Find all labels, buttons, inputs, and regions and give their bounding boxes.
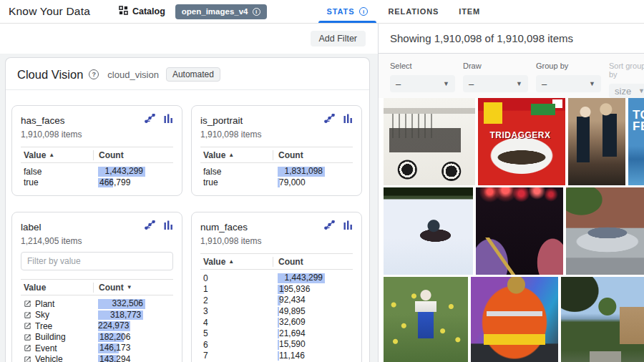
table-row[interactable]: Building182,206 [21,332,173,343]
tab-stats[interactable]: STATS [317,0,379,23]
column-header-count[interactable]: Count [273,257,353,267]
launch-icon [24,333,31,341]
table-row[interactable]: false1,831,098 [200,166,353,177]
column-header-value[interactable]: Value▲ [200,257,273,267]
grid-image-concert[interactable] [476,187,563,275]
stat-card-label: label 1,214,905 items Value Count▼ Plant… [11,212,182,362]
catalog-button[interactable]: Catalog [119,5,165,18]
image-grid-row [384,187,644,275]
tab-relations[interactable]: RELATIONS [378,0,449,23]
value-cell: Event [21,343,93,353]
card-item-count: 1,910,098 items [21,129,173,140]
bar-chart-icon[interactable] [343,114,353,123]
section-title: Cloud Vision [17,68,83,82]
table-row[interactable]: Tree224,973 [21,321,173,332]
value-cell: Vehicle [21,354,93,362]
tab-stats-label: STATS [327,7,355,16]
sort-ascending-icon: ▲ [49,152,54,158]
chevron-down-icon: ▼ [443,80,449,87]
launch-icon [24,322,31,330]
count-cell: 318,773 [93,310,173,321]
grid-image-scarecrow[interactable] [384,277,468,362]
column-header-value[interactable]: Value▲ [21,150,93,160]
card-title: num_faces [200,220,248,233]
bar-chart-icon[interactable] [343,220,353,230]
table-row[interactable]: Plant332,506 [21,298,173,310]
dataset-chip-label: open_images_v4 [182,7,248,16]
table-row[interactable]: true79,000 [200,177,353,189]
column-header-value[interactable]: Value▲ [200,150,273,160]
sort-groups-dropdown[interactable]: size▼ [609,84,644,98]
grid-image-toy-package[interactable]: TRIDAGGERX [478,98,565,185]
scatter-plot-icon[interactable] [145,220,155,230]
grid-image-cyclists[interactable] [568,98,625,185]
column-header-count[interactable]: Count [93,150,173,160]
card-item-count: 1,910,098 items [200,236,353,246]
table-row[interactable]: Sky318,773 [21,310,173,321]
scatter-plot-icon[interactable] [324,220,335,230]
grid-image-garden-courtyard[interactable] [561,277,644,362]
card-title: has_faces [21,114,65,126]
info-icon[interactable] [359,7,368,16]
table-row[interactable]: 349,895 [200,306,353,318]
showing-text: Showing 1,910,098 of 1,910,098 items [390,32,573,44]
select-dropdown[interactable]: –▼ [390,75,455,92]
value-cell: true [21,177,93,187]
table-row[interactable]: 521,694 [200,328,353,340]
draw-label: Draw [463,62,528,70]
grid-image-snow-tubing[interactable] [384,187,473,275]
value-filter-input[interactable] [21,252,173,270]
column-header-count[interactable]: Count▼ [93,283,173,293]
table-row[interactable]: 292,434 [200,295,353,306]
chevron-down-icon: ▼ [589,80,595,87]
count-cell: 49,895 [273,306,353,318]
table-row[interactable]: Event146,173 [21,343,173,354]
dataset-chip[interactable]: open_images_v4 [175,4,267,19]
table-row[interactable]: true466,799 [21,177,173,189]
scatter-plot-icon [324,220,335,230]
value-cell: 0 [200,273,273,283]
draw-dropdown[interactable]: –▼ [463,75,528,92]
table-row[interactable]: 711,146 [200,351,353,362]
automated-badge: Automated [166,67,220,82]
grid-icon [119,5,128,18]
grid-image-parked-car[interactable] [566,187,644,275]
column-header-value[interactable]: Value [21,283,93,293]
scatter-plot-icon[interactable] [145,114,155,123]
help-icon[interactable] [89,69,99,79]
scatter-plot-icon[interactable] [324,114,335,123]
launch-icon [24,311,31,319]
count-cell: 21,694 [273,328,353,340]
bar-chart-icon[interactable] [164,114,173,123]
info-icon [253,8,260,16]
count-cell: 182,206 [93,332,173,343]
value-cell: 7 [200,351,273,361]
bar-chart-icon[interactable] [164,220,173,230]
tab-item[interactable]: ITEM [449,0,490,23]
table-row[interactable]: 01,443,299 [200,273,353,284]
count-cell: 466,799 [93,177,173,189]
scatter-plot-icon [324,114,335,123]
grid-image-hi-vis-jacket[interactable] [471,277,558,362]
table-row[interactable]: 615,590 [200,339,353,351]
grid-image-blue-poster[interactable]: TO FEV [628,98,644,185]
table-row[interactable]: 432,609 [200,317,353,328]
value-cell: 1 [200,284,273,294]
image-overlay-text: TO FEV [633,109,644,132]
section-subtitle: cloud_vision [107,69,159,80]
cloud-vision-header: Cloud Vision cloud_vision Automated [6,58,369,90]
scatter-plot-icon [145,220,155,230]
value-cell: false [21,167,93,177]
tab-relations-label: RELATIONS [388,7,439,16]
column-header-count[interactable]: Count [273,150,353,160]
table-row[interactable]: 1195,936 [200,284,353,295]
table-row[interactable]: false1,443,299 [21,166,173,177]
count-cell: 146,173 [93,343,173,354]
table-row[interactable]: Vehicle143,294 [21,354,173,362]
group-by-dropdown[interactable]: –▼ [536,75,601,92]
grid-image-truck-engraving[interactable] [384,98,475,185]
add-filter-button[interactable]: Add Filter [311,31,366,47]
table-header: Value▲ Count [200,253,353,270]
group-by-control: Group by –▼ [536,62,601,98]
count-cell: 92,434 [273,295,353,306]
